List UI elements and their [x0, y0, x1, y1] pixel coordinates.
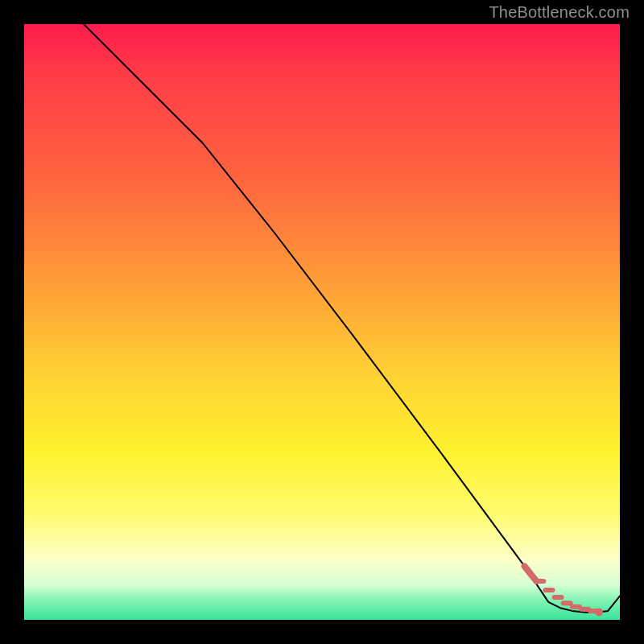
highlight-end-dot: [595, 608, 603, 616]
highlight-lead-segment: [525, 566, 537, 581]
bottleneck-curve-line: [84, 24, 620, 613]
chart-frame: TheBottleneck.com: [0, 0, 644, 644]
watermark-text: TheBottleneck.com: [489, 3, 630, 22]
chart-overlay: [24, 24, 620, 620]
